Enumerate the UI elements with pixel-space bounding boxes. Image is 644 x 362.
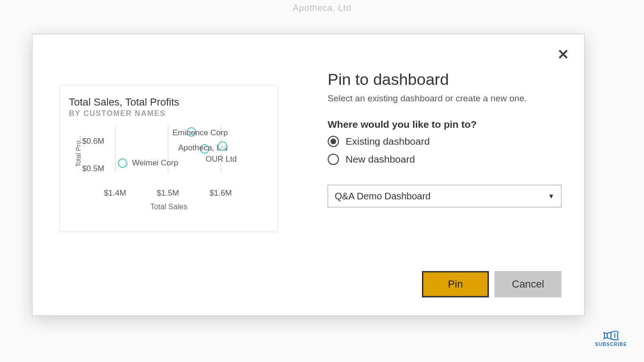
background-customer-label: Apotheca. Ltd: [293, 3, 351, 13]
scatter-chart: Total Pro... $0.6M $0.5M Weimei Corp Emi…: [69, 126, 269, 202]
dialog-form-pane: ✕ Pin to dashboard Select an existing da…: [305, 34, 584, 315]
close-icon[interactable]: ✕: [557, 48, 569, 62]
scatter-label: Weimei Corp: [132, 158, 178, 168]
x-axis-label: Total Sales: [69, 203, 269, 211]
dialog-title: Pin to dashboard: [328, 70, 561, 89]
radio-icon: [328, 136, 339, 147]
subscribe-badge[interactable]: SUBSCRIBE: [595, 330, 627, 347]
scatter-label: Eminence Corp: [173, 128, 228, 138]
scatter-marker: [218, 141, 227, 151]
radio-existing-dashboard[interactable]: Existing dashboard: [328, 136, 561, 147]
dashboard-select[interactable]: Q&A Demo Dashboard ▼: [328, 185, 561, 207]
y-tick: $0.5M: [82, 164, 104, 173]
dialog-button-row: Pin Cancel: [422, 271, 561, 297]
chart-preview-card: Total Sales, Total Profits BY CUSTOMER N…: [60, 85, 278, 231]
dialog-preview-pane: Total Sales, Total Profits BY CUSTOMER N…: [33, 34, 305, 315]
radio-label: New dashboard: [346, 154, 415, 165]
pin-location-question: Where would you like to pin to?: [328, 119, 561, 130]
pin-button[interactable]: Pin: [422, 271, 489, 297]
dashboard-select-value: Q&A Demo Dashboard: [335, 191, 430, 202]
dialog-description: Select an existing dashboard or create a…: [328, 93, 561, 104]
radio-new-dashboard[interactable]: New dashboard: [328, 154, 561, 165]
chart-subtitle: BY CUSTOMER NAMES: [69, 109, 269, 118]
x-tick: $1.5M: [157, 189, 179, 198]
scatter-marker: [118, 158, 127, 168]
pin-to-dashboard-dialog: Total Sales, Total Profits BY CUSTOMER N…: [32, 34, 585, 316]
y-axis-label: Total Pro...: [74, 135, 82, 167]
radio-label: Existing dashboard: [346, 136, 430, 147]
y-tick: $0.6M: [82, 137, 104, 146]
x-tick: $1.6M: [209, 189, 231, 198]
gridline: [115, 126, 116, 173]
chart-title: Total Sales, Total Profits: [69, 96, 269, 108]
cancel-button[interactable]: Cancel: [495, 271, 561, 297]
x-tick: $1.4M: [104, 189, 126, 198]
subscribe-label: SUBSCRIBE: [595, 342, 627, 347]
scatter-label: OUR Ltd: [206, 155, 237, 164]
radio-icon: [328, 154, 339, 165]
chevron-down-icon: ▼: [548, 192, 554, 200]
dna-icon: [602, 330, 620, 341]
